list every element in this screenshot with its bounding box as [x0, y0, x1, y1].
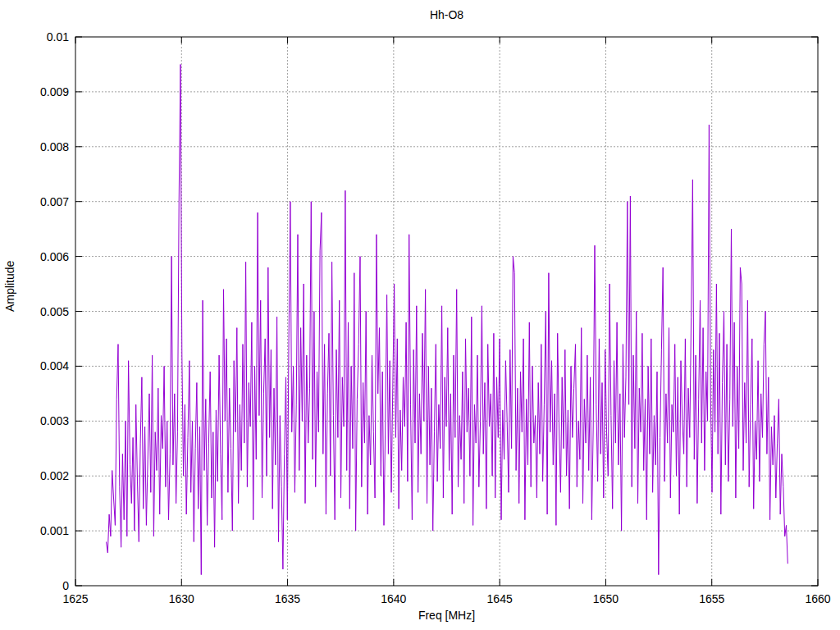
x-tick-label: 1630 [169, 592, 194, 605]
plot-window: Hh-O8 1625163016351640164516501655166000… [0, 0, 840, 630]
chart-title: Hh-O8 [75, 8, 818, 21]
x-tick-label: 1625 [62, 592, 88, 605]
y-tick-label: 0.006 [40, 250, 69, 263]
x-tick-label: 1645 [487, 592, 513, 605]
y-tick-label: 0.007 [40, 195, 69, 208]
signal-trace [107, 65, 788, 575]
x-tick-label: 1650 [593, 592, 619, 605]
y-tick-label: 0.005 [40, 305, 69, 318]
x-tick-label: 1640 [381, 592, 406, 605]
y-tick-label: 0.008 [40, 140, 69, 153]
y-tick-label: 0.002 [40, 469, 69, 482]
y-tick-label: 0.009 [40, 85, 69, 98]
y-tick-label: 0.004 [40, 359, 69, 372]
y-tick-label: 0.01 [47, 30, 69, 43]
y-tick-label: 0 [62, 579, 69, 592]
x-tick-label: 1635 [275, 592, 300, 605]
y-axis-title: Amplitude [3, 300, 16, 312]
x-tick-label: 1655 [699, 592, 724, 605]
x-tick-label: 1660 [805, 592, 830, 605]
y-tick-label: 0.003 [40, 414, 69, 427]
x-axis-title: Freq [MHz] [75, 609, 818, 622]
chart-canvas: 1625163016351640164516501655166000.0010.… [0, 0, 840, 630]
y-tick-label: 0.001 [40, 524, 69, 537]
